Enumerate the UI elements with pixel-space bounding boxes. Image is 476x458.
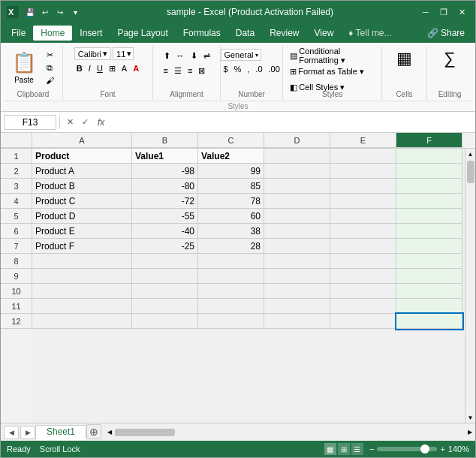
cell-E8[interactable] [330, 254, 396, 269]
align-right-button[interactable]: ≡ [185, 64, 194, 77]
cell-B3[interactable]: -80 [132, 179, 198, 194]
cell-C2[interactable]: 99 [198, 164, 264, 179]
col-header-B[interactable]: B [132, 133, 198, 148]
cell-A4[interactable]: Product C [32, 194, 132, 209]
page-layout-view-btn[interactable]: ⊞ [338, 443, 350, 455]
number-format-dropdown[interactable]: General ▾ [221, 49, 261, 61]
fill-color-button[interactable]: A [119, 62, 129, 75]
save-quick-btn[interactable]: 💾 [23, 5, 37, 19]
menu-home[interactable]: Home [33, 26, 72, 41]
col-header-E[interactable]: E [330, 133, 396, 148]
font-color-button[interactable]: A [131, 62, 141, 75]
row-num-12[interactable]: 12 [1, 314, 32, 329]
cell-F6[interactable] [396, 224, 462, 239]
cell-E9[interactable] [330, 269, 396, 284]
menu-file[interactable]: File [4, 26, 33, 41]
format-as-table-button[interactable]: ⊞ Format as Table ▾ [288, 65, 366, 78]
cell-D1[interactable] [264, 149, 330, 164]
cell-F7[interactable] [396, 239, 462, 254]
cell-C6[interactable]: 38 [198, 224, 264, 239]
cell-D5[interactable] [264, 209, 330, 224]
scroll-down-btn[interactable]: ▼ [465, 412, 476, 423]
currency-button[interactable]: $ [221, 62, 230, 76]
row-num-10[interactable]: 10 [1, 284, 32, 299]
cell-E5[interactable] [330, 209, 396, 224]
wrap-text-button[interactable]: ⇌ [201, 49, 212, 62]
menu-formulas[interactable]: Formulas [176, 26, 228, 41]
underline-button[interactable]: U [95, 62, 105, 75]
cell-B1[interactable]: Value1 [132, 149, 198, 164]
cell-D6[interactable] [264, 224, 330, 239]
cell-B8[interactable] [132, 254, 198, 269]
cell-A5[interactable]: Product D [32, 209, 132, 224]
bold-button[interactable]: B [74, 62, 85, 75]
paste-button[interactable]: 📋 Paste [8, 47, 40, 88]
cell-B12[interactable] [132, 314, 198, 329]
normal-view-btn[interactable]: ▦ [324, 443, 336, 455]
cell-D7[interactable] [264, 239, 330, 254]
cell-B5[interactable]: -55 [132, 209, 198, 224]
cell-A11[interactable] [32, 299, 132, 314]
cell-C12[interactable] [198, 314, 264, 329]
cell-C1[interactable]: Value2 [198, 149, 264, 164]
cell-C7[interactable]: 28 [198, 239, 264, 254]
border-button[interactable]: ⊞ [107, 62, 118, 75]
row-num-2[interactable]: 2 [1, 164, 32, 179]
cell-F5[interactable] [396, 209, 462, 224]
zoom-slider[interactable] [377, 447, 437, 451]
row-num-6[interactable]: 6 [1, 224, 32, 239]
cell-E12[interactable] [330, 314, 396, 329]
cell-E4[interactable] [330, 194, 396, 209]
cell-C10[interactable] [198, 284, 264, 299]
align-center-button[interactable]: ☰ [172, 64, 184, 77]
cell-F8[interactable] [396, 254, 462, 269]
cell-C8[interactable] [198, 254, 264, 269]
qa-dropdown-btn[interactable]: ▾ [68, 5, 82, 19]
cell-F10[interactable] [396, 284, 462, 299]
cell-B10[interactable] [132, 284, 198, 299]
add-sheet-btn[interactable]: ⊕ [86, 424, 101, 439]
cell-D10[interactable] [264, 284, 330, 299]
cell-F9[interactable] [396, 269, 462, 284]
menu-view[interactable]: View [307, 26, 342, 41]
h-scroll-right-btn[interactable]: ▶ [465, 427, 475, 438]
col-header-C[interactable]: C [198, 133, 264, 148]
cell-F1[interactable] [396, 149, 462, 164]
align-middle-button[interactable]: ↔ [174, 49, 187, 62]
scroll-right-btn[interactable]: ▶ [20, 426, 35, 439]
redo-quick-btn[interactable]: ↪ [53, 5, 67, 19]
cell-E7[interactable] [330, 239, 396, 254]
row-num-11[interactable]: 11 [1, 299, 32, 314]
cell-F2[interactable] [396, 164, 462, 179]
cell-C11[interactable] [198, 299, 264, 314]
menu-tell-me[interactable]: ♦ Tell me... [341, 26, 399, 41]
cell-E6[interactable] [330, 224, 396, 239]
cell-C5[interactable]: 60 [198, 209, 264, 224]
cell-A2[interactable]: Product A [32, 164, 132, 179]
zoom-thumb[interactable] [420, 444, 429, 453]
align-top-button[interactable]: ⬆ [161, 49, 173, 62]
cell-D2[interactable] [264, 164, 330, 179]
cut-button[interactable]: ✂ [41, 49, 58, 61]
cell-D12[interactable] [264, 314, 330, 329]
cell-D3[interactable] [264, 179, 330, 194]
cell-B11[interactable] [132, 299, 198, 314]
minimize-btn[interactable]: ─ [418, 5, 433, 20]
page-break-view-btn[interactable]: ☰ [351, 443, 363, 455]
row-num-8[interactable]: 8 [1, 254, 32, 269]
cell-A3[interactable]: Product B [32, 179, 132, 194]
cell-C3[interactable]: 85 [198, 179, 264, 194]
cell-A8[interactable] [32, 254, 132, 269]
cell-A9[interactable] [32, 269, 132, 284]
increase-decimal-button[interactable]: .0 [253, 62, 264, 76]
format-painter-button[interactable]: 🖌 [41, 74, 58, 86]
col-header-F[interactable]: F [396, 133, 462, 148]
cell-E2[interactable] [330, 164, 396, 179]
restore-btn[interactable]: ❐ [436, 5, 451, 20]
font-size-dropdown[interactable]: 11 ▾ [113, 47, 134, 60]
cell-A10[interactable] [32, 284, 132, 299]
cell-C9[interactable] [198, 269, 264, 284]
cell-E1[interactable] [330, 149, 396, 164]
cell-A6[interactable]: Product E [32, 224, 132, 239]
h-scroll-thumb[interactable] [115, 429, 175, 436]
